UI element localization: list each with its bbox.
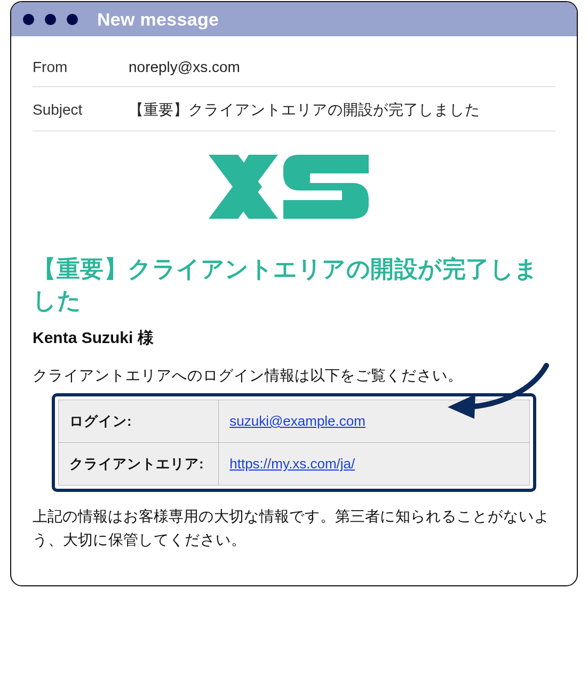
table-row: クライアントエリア: https://my.xs.com/ja/ — [59, 443, 530, 486]
from-label: From — [33, 59, 129, 76]
titlebar: New message — [11, 2, 577, 36]
login-label-cell: ログイン: — [59, 400, 219, 443]
from-row: From noreply@xs.com — [33, 51, 555, 87]
logo-container — [33, 155, 555, 237]
traffic-dot-1[interactable] — [23, 14, 34, 25]
login-value-cell: suzuki@example.com — [219, 400, 530, 443]
body-heading: 【重要】クライアントエリアの開設が完了しました — [33, 253, 555, 316]
login-info-box: ログイン: suzuki@example.com クライアントエリア: http… — [52, 393, 536, 492]
table-row: ログイン: suzuki@example.com — [59, 400, 530, 443]
traffic-lights — [23, 14, 78, 25]
login-email-link[interactable]: suzuki@example.com — [229, 413, 365, 429]
client-area-label-cell: クライアントエリア: — [59, 443, 219, 486]
client-area-link[interactable]: https://my.xs.com/ja/ — [229, 456, 355, 472]
subject-value: 【重要】クライアントエリアの開設が完了しました — [129, 100, 480, 120]
salutation: Kenta Suzuki 様 — [33, 327, 555, 349]
traffic-dot-2[interactable] — [45, 14, 56, 25]
window-title: New message — [97, 9, 219, 30]
xs-logo-icon — [209, 155, 379, 235]
subject-row: Subject 【重要】クライアントエリアの開設が完了しました — [33, 87, 555, 131]
footer-note: 上記の情報はお客様専用の大切な情報です。第三者に知られることがないよう、大切に保… — [33, 505, 555, 551]
email-window: New message From noreply@xs.com Subject … — [10, 1, 578, 586]
traffic-dot-3[interactable] — [67, 14, 78, 25]
login-table: ログイン: suzuki@example.com クライアントエリア: http… — [58, 400, 530, 486]
client-area-value-cell: https://my.xs.com/ja/ — [219, 443, 530, 486]
email-content: From noreply@xs.com Subject 【重要】クライアントエリ… — [11, 36, 577, 585]
intro-text: クライアントエリアへのログイン情報は以下をご覧ください。 — [33, 364, 555, 387]
subject-label: Subject — [33, 101, 129, 118]
from-value: noreply@xs.com — [129, 59, 240, 76]
